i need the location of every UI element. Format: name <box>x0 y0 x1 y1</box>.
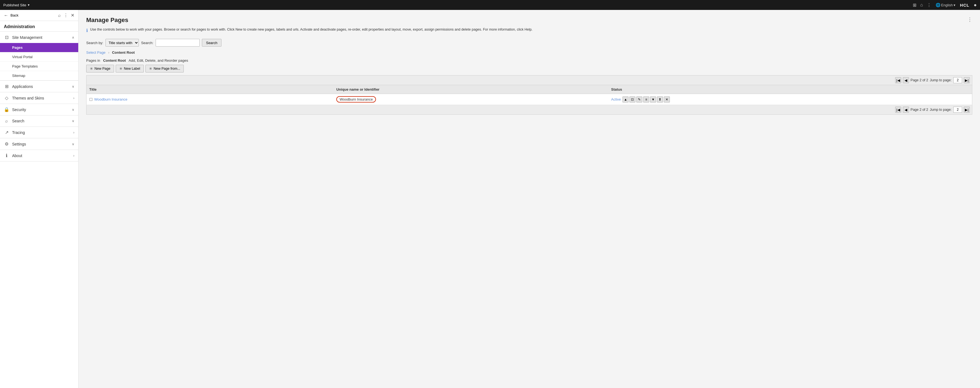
pages-in-actions: Add, Edit, Delete, and Reorder pages <box>127 58 188 62</box>
row-delete-btn[interactable]: ✕ <box>664 96 670 102</box>
search-sidebar-header[interactable]: ⌕ Search ∨ <box>0 115 78 126</box>
hcl-logo: HCL <box>960 3 969 8</box>
security-label: Security <box>12 107 26 112</box>
security-chevron: ∨ <box>72 108 74 112</box>
sidebar-item-pages[interactable]: Pages <box>0 43 78 53</box>
page-header: Manage Pages ⋮ <box>86 16 972 24</box>
page-title: Manage Pages <box>86 16 128 24</box>
pag-go-btn-bottom[interactable]: ▶| <box>964 107 970 113</box>
language-label: English <box>941 3 953 7</box>
row-edit-btn[interactable]: ✎ <box>636 96 642 102</box>
back-button[interactable]: ← Back <box>4 13 19 18</box>
sidebar-close-icon[interactable]: ✕ <box>71 13 74 18</box>
site-management-items: Pages Virtual Portal Page Templates Site… <box>0 43 78 80</box>
back-arrow-icon: ← <box>4 13 8 18</box>
table-row: ☐ Woodburn Insurance Woodburn Insurance … <box>86 94 972 105</box>
jump-to-input-bottom[interactable] <box>953 107 962 113</box>
language-selector[interactable]: 🌐 English ▾ <box>935 3 956 7</box>
applications-left: ⊞ Applications <box>4 84 33 89</box>
new-page-from-button[interactable]: ✳ New Page from... <box>145 65 184 72</box>
search-input[interactable] <box>156 39 200 46</box>
row-copy-btn[interactable]: ⊡ <box>629 96 635 102</box>
pag-prev-btn-bottom[interactable]: ◀ <box>903 107 909 113</box>
new-page-icon: ✳ <box>90 66 93 71</box>
page-title-link[interactable]: ☐ Woodburn Insurance <box>89 97 331 102</box>
security-header[interactable]: 🔒 Security ∨ <box>0 104 78 115</box>
site-management-header[interactable]: ⊡ Site Management ∧ <box>0 32 78 43</box>
site-name: Published Site <box>3 3 26 7</box>
tracing-header[interactable]: ↗ Tracing › <box>0 127 78 138</box>
pagination-text-bottom: Page 2 of 2 <box>911 108 928 112</box>
site-dropdown-icon[interactable]: ▾ <box>28 3 29 7</box>
new-page-button[interactable]: ✳ New Page <box>86 65 114 72</box>
tracing-label: Tracing <box>12 130 25 135</box>
page-menu-icon[interactable]: ⋮ <box>967 16 972 22</box>
pag-first-btn[interactable]: |◀ <box>895 77 901 83</box>
sidebar-item-sitemap[interactable]: Sitemap <box>0 71 78 80</box>
row-export-btn[interactable]: ⬆ <box>657 96 663 102</box>
topbar: Published Site ▾ ⊞ ⌂ ⋮ 🌐 English ▾ HCL ● <box>0 0 980 10</box>
new-label-label: New Label <box>124 67 140 70</box>
status-link[interactable]: Active <box>611 97 621 101</box>
row-move-up-btn[interactable]: ▲ <box>622 96 628 102</box>
applications-label: Applications <box>12 84 33 89</box>
breadcrumb-current: Content Root <box>112 50 135 54</box>
description-text: Use the controls below to work with your… <box>90 27 532 32</box>
applications-header[interactable]: ⊞ Applications ∨ <box>0 81 78 92</box>
topbar-home-icon[interactable]: ⌂ <box>920 3 923 8</box>
topbar-right: ⊞ ⌂ ⋮ 🌐 English ▾ HCL ● <box>913 2 977 8</box>
security-left: 🔒 Security <box>4 107 26 112</box>
sidebar-more-icon[interactable]: ⋮ <box>64 13 68 18</box>
search-by-select[interactable]: Title starts with Title contains Unique … <box>105 39 139 46</box>
new-label-icon: ✳ <box>119 66 123 71</box>
pag-first-btn-bottom[interactable]: |◀ <box>895 107 901 113</box>
themes-label: Themes and Skins <box>12 96 44 100</box>
sidebar-header: ← Back ⌕ ⋮ ✕ <box>0 10 78 21</box>
themes-icon: ◇ <box>4 95 10 101</box>
row-title-cell: ☐ Woodburn Insurance <box>86 94 334 105</box>
sidebar: ← Back ⌕ ⋮ ✕ Administration ⊡ Site Manag… <box>0 10 78 388</box>
sidebar-section-applications: ⊞ Applications ∨ <box>0 81 78 92</box>
sidebar-section-settings: ⚙ Settings ∨ <box>0 138 78 150</box>
pag-go-btn[interactable]: ▶| <box>964 77 970 83</box>
row-down-btn[interactable]: ▼ <box>650 96 656 102</box>
sidebar-section-search: ⌕ Search ∨ <box>0 115 78 127</box>
info-icon: ℹ <box>86 27 88 34</box>
about-icon: ℹ <box>4 153 10 158</box>
themes-header[interactable]: ◇ Themes and Skins › <box>0 92 78 104</box>
pag-prev-btn[interactable]: ◀ <box>903 77 909 83</box>
jump-to-label: Jump to page: <box>930 78 951 82</box>
topbar-grid-icon[interactable]: ⊞ <box>913 3 916 8</box>
topbar-more-icon[interactable]: ⋮ <box>927 3 931 8</box>
new-page-from-label: New Page from... <box>154 67 180 70</box>
user-avatar: ● <box>974 2 977 8</box>
new-label-button[interactable]: ✳ New Label <box>116 65 144 72</box>
search-button[interactable]: Search <box>202 39 221 46</box>
security-icon: 🔒 <box>4 107 10 112</box>
search-sidebar-left: ⌕ Search <box>4 118 24 123</box>
pagination-top: |◀ ◀ Page 2 of 2 Jump to page: ▶| <box>86 75 972 85</box>
row-identifier-cell: Woodburn Insurance <box>334 94 608 105</box>
search-by-label: Search by: <box>86 41 103 45</box>
sidebar-section-site-management: ⊡ Site Management ∧ Pages Virtual Portal… <box>0 32 78 81</box>
jump-to-input[interactable] <box>953 77 962 83</box>
settings-left: ⚙ Settings <box>4 141 26 147</box>
about-left: ℹ About <box>4 153 22 158</box>
about-header[interactable]: ℹ About › <box>0 150 78 161</box>
themes-chevron: › <box>73 96 74 100</box>
settings-header[interactable]: ⚙ Settings ∨ <box>0 138 78 150</box>
applications-chevron: ∨ <box>72 85 74 88</box>
breadcrumb-select-page[interactable]: Select Page <box>86 50 105 54</box>
sidebar-item-page-templates[interactable]: Page Templates <box>0 62 78 71</box>
search-input-label: Search: <box>141 41 153 45</box>
col-title: Title <box>86 85 334 94</box>
row-more-btn[interactable]: ≡ <box>643 96 649 102</box>
identifier-badge: Woodburn Insurance <box>336 96 376 102</box>
applications-icon: ⊞ <box>4 84 10 89</box>
jump-to-label-bottom: Jump to page: <box>930 108 951 112</box>
section-label-bar: Pages in Content Root Add, Edit, Delete,… <box>86 58 972 62</box>
sidebar-search-icon[interactable]: ⌕ <box>58 13 61 18</box>
table-header-row: Title Unique name or Identifier Status <box>86 85 972 94</box>
sidebar-item-virtual-portal[interactable]: Virtual Portal <box>0 53 78 62</box>
col-status: Status <box>608 85 972 94</box>
